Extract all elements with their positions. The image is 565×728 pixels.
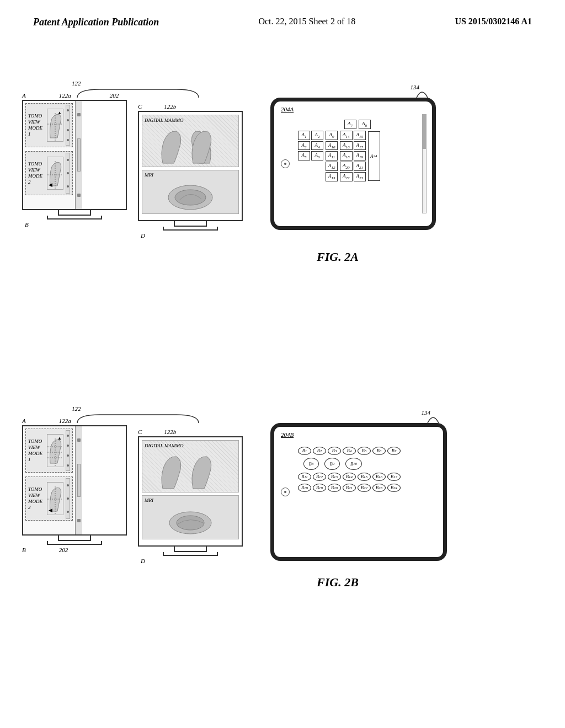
- monitor-122a-2b: A 122a TOMOVIEWMODE 1: [22, 417, 127, 553]
- cell-b24[interactable]: B24: [387, 484, 401, 492]
- ref-122-2b: 122: [72, 405, 81, 412]
- cell-a8[interactable]: A8: [359, 120, 371, 129]
- cell-a7[interactable]: A7: [344, 120, 356, 129]
- cell-b2[interactable]: B2: [313, 447, 326, 455]
- patent-number: US 2015/0302146 A1: [455, 17, 532, 26]
- cell-a13[interactable]: A13: [326, 172, 338, 181]
- sheet-info: Oct. 22, 2015 Sheet 2 of 18: [258, 17, 355, 26]
- figure-2a: 122 A 122a 202: [22, 78, 543, 264]
- tomo-mode2-2b: TOMOVIEWMODE 2: [28, 486, 45, 510]
- cell-b11[interactable]: B11: [298, 473, 311, 481]
- circle-icon-2b[interactable]: [281, 488, 290, 496]
- cell-a21[interactable]: A21: [354, 162, 366, 171]
- monitor-122b-2a: C 122b DIGITAL MAMMO: [138, 103, 243, 239]
- cell-a5[interactable]: A5: [298, 151, 310, 160]
- cell-a18[interactable]: A18: [340, 151, 353, 160]
- cell-b14[interactable]: B14: [343, 473, 356, 481]
- ref-122b-2a: 122b: [164, 103, 176, 110]
- tomo-mode2-2a: TOMOVIEWMODE 2: [28, 161, 45, 185]
- label-d-2a: D: [141, 232, 243, 239]
- mammo-image-2a: [157, 125, 223, 166]
- cell-a15[interactable]: A15: [354, 131, 366, 140]
- cell-b15[interactable]: B15: [358, 473, 371, 481]
- cell-b10[interactable]: B10: [345, 458, 362, 470]
- cell-b4[interactable]: B4: [343, 447, 356, 455]
- tomo-mode1-2b: TOMOVIEWMODE 1: [28, 438, 45, 462]
- digital-mammo-label-2a: DIGITAL MAMMO: [145, 117, 183, 123]
- fig-2a-caption: FIG. 2A: [132, 250, 543, 264]
- mri-image-2b: [163, 504, 218, 537]
- ref-122a-2b: 122a: [59, 417, 71, 424]
- cell-a19[interactable]: A19: [354, 151, 366, 160]
- cell-b3[interactable]: B3: [328, 447, 341, 455]
- ref-122b-2b: 122b: [164, 429, 176, 435]
- cell-b17[interactable]: B17: [387, 473, 401, 481]
- cell-b18[interactable]: B18: [298, 484, 311, 492]
- scrollbar-2a[interactable]: [422, 114, 427, 214]
- cell-b23[interactable]: B23: [372, 484, 386, 492]
- ref-202-2a: 202: [110, 92, 119, 99]
- cell-a11[interactable]: A11: [326, 151, 338, 160]
- page-header: Patent Application Publication Oct. 22, …: [0, 0, 565, 28]
- tablet-204a: 134 204A: [270, 98, 436, 230]
- digital-mammo-label-2b: DIGITAL MAMMO: [145, 443, 183, 448]
- section-204a: 204A: [281, 106, 294, 113]
- cell-a16[interactable]: A16: [340, 141, 353, 151]
- monitor-122b-2b: C 122b DIGITAL MAMMO MRI: [138, 429, 243, 564]
- cell-a20[interactable]: A20: [340, 162, 353, 171]
- label-a-2a: A: [22, 92, 26, 99]
- label-c-2a: C: [138, 103, 142, 110]
- cell-b20[interactable]: B20: [328, 484, 341, 492]
- publication-title: Patent Application Publication: [33, 17, 159, 28]
- cell-b9[interactable]: B9: [324, 458, 340, 470]
- circle-icon-2a[interactable]: [281, 159, 290, 168]
- label-c-2b: C: [138, 429, 142, 435]
- fig-2b-caption: FIG. 2B: [132, 575, 543, 590]
- cell-a23[interactable]: A23: [354, 172, 366, 181]
- cell-a24[interactable]: A24: [368, 131, 380, 181]
- figure-2b: 122 A 122a TOMOVIEWMODE 1: [22, 403, 543, 590]
- cell-a14[interactable]: A14: [340, 131, 353, 140]
- cell-a2[interactable]: A2: [311, 131, 323, 140]
- cell-a6[interactable]: A6: [311, 151, 323, 160]
- cell-a12[interactable]: A12: [326, 162, 338, 171]
- cell-a4[interactable]: A4: [311, 141, 323, 151]
- monitor-122a-2a: A 122a 202 TOMOVIEWMODE 1: [22, 92, 127, 228]
- cell-b19[interactable]: B19: [313, 484, 326, 492]
- cell-b12[interactable]: B12: [313, 473, 326, 481]
- tablet-204b: 134 204B B1 B2: [270, 423, 447, 561]
- label-d-2b: D: [141, 558, 243, 564]
- cell-a9[interactable]: A9: [326, 131, 338, 140]
- main-content: 122 A 122a 202: [0, 28, 565, 712]
- mammo-image-2b: [157, 450, 223, 491]
- cell-a1[interactable]: A1: [298, 131, 310, 140]
- cell-a3[interactable]: A3: [298, 141, 310, 151]
- mri-label-2b: MRI: [145, 497, 153, 503]
- svg-point-5: [175, 190, 206, 205]
- cell-a10[interactable]: A10: [326, 141, 338, 151]
- svg-point-13: [177, 516, 204, 530]
- cell-b13[interactable]: B13: [328, 473, 341, 481]
- cell-b22[interactable]: B22: [358, 484, 371, 492]
- ref-122-2a: 122: [72, 80, 81, 87]
- mri-label-2a: MRI: [145, 172, 153, 178]
- cell-b21[interactable]: B21: [343, 484, 356, 492]
- cell-b1[interactable]: B1: [298, 447, 311, 455]
- cell-a22[interactable]: A22: [340, 172, 353, 181]
- cell-b5[interactable]: B5: [358, 447, 371, 455]
- ref-202-2b: 202: [59, 547, 68, 553]
- cell-b7[interactable]: B7: [387, 447, 401, 455]
- tomo-mode1-2a: TOMOVIEWMODE 1: [28, 113, 45, 137]
- cell-b8[interactable]: B8: [303, 458, 319, 470]
- cell-a17[interactable]: A17: [354, 141, 366, 151]
- label-b-2a: B: [25, 221, 127, 228]
- label-b-2b: B: [22, 547, 26, 553]
- label-a-2b: A: [22, 417, 26, 424]
- cell-b16[interactable]: B16: [372, 473, 386, 481]
- cell-b6[interactable]: B6: [372, 447, 386, 455]
- ref-122a-2a: 122a: [59, 92, 71, 99]
- mri-image-2a: [163, 178, 218, 211]
- section-204b: 204B: [281, 431, 294, 438]
